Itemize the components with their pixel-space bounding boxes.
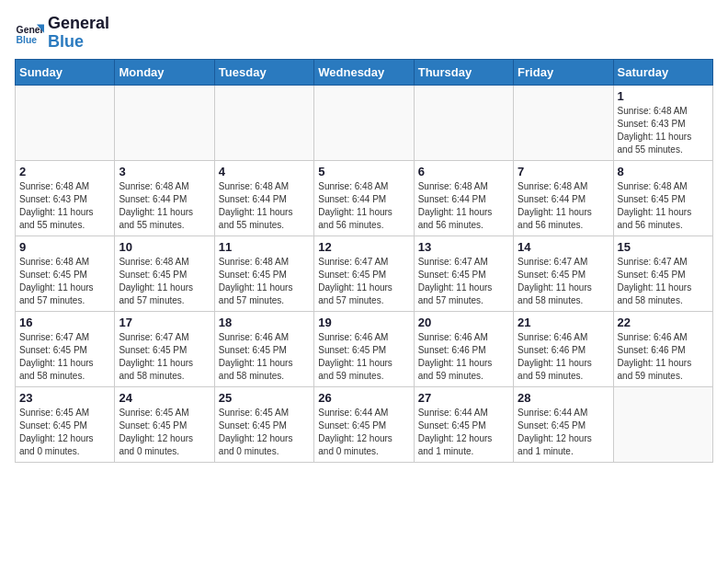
day-info: Sunrise: 6:46 AM Sunset: 6:46 PM Dayligh…	[618, 331, 709, 383]
logo-text: General Blue	[48, 15, 109, 52]
calendar-cell: 10Sunrise: 6:48 AM Sunset: 6:45 PM Dayli…	[115, 236, 214, 311]
calendar-cell: 23Sunrise: 6:45 AM Sunset: 6:45 PM Dayli…	[16, 386, 115, 462]
day-info: Sunrise: 6:45 AM Sunset: 6:45 PM Dayligh…	[219, 407, 310, 458]
day-info: Sunrise: 6:48 AM Sunset: 6:43 PM Dayligh…	[618, 105, 709, 156]
day-number: 22	[618, 316, 709, 329]
calendar-cell: 9Sunrise: 6:48 AM Sunset: 6:45 PM Daylig…	[16, 236, 115, 311]
day-info: Sunrise: 6:48 AM Sunset: 6:43 PM Dayligh…	[19, 180, 110, 232]
calendar-cell: 6Sunrise: 6:48 AM Sunset: 6:44 PM Daylig…	[414, 160, 513, 236]
day-header-monday: Monday	[115, 59, 214, 85]
calendar-cell	[414, 85, 513, 160]
day-info: Sunrise: 6:48 AM Sunset: 6:44 PM Dayligh…	[418, 180, 509, 232]
calendar-cell: 7Sunrise: 6:48 AM Sunset: 6:44 PM Daylig…	[514, 160, 613, 236]
day-header-wednesday: Wednesday	[314, 59, 414, 85]
day-info: Sunrise: 6:47 AM Sunset: 6:45 PM Dayligh…	[119, 331, 210, 383]
calendar-cell: 5Sunrise: 6:48 AM Sunset: 6:44 PM Daylig…	[314, 160, 414, 236]
day-number: 25	[219, 391, 310, 405]
day-number: 7	[518, 165, 609, 178]
calendar-cell: 20Sunrise: 6:46 AM Sunset: 6:46 PM Dayli…	[414, 311, 513, 386]
calendar-cell: 26Sunrise: 6:44 AM Sunset: 6:45 PM Dayli…	[314, 386, 414, 462]
day-number: 10	[119, 240, 210, 254]
day-info: Sunrise: 6:44 AM Sunset: 6:45 PM Dayligh…	[518, 407, 609, 458]
day-number: 1	[618, 89, 709, 103]
day-number: 3	[119, 165, 210, 178]
calendar-cell	[613, 386, 712, 462]
day-info: Sunrise: 6:44 AM Sunset: 6:45 PM Dayligh…	[318, 407, 409, 458]
calendar-cell	[514, 85, 613, 160]
day-header-friday: Friday	[514, 59, 613, 85]
day-number: 15	[618, 240, 709, 254]
calendar-cell: 14Sunrise: 6:47 AM Sunset: 6:45 PM Dayli…	[514, 236, 613, 311]
logo: General Blue General Blue	[15, 15, 109, 52]
day-number: 12	[318, 240, 409, 254]
day-header-thursday: Thursday	[414, 59, 513, 85]
day-number: 5	[318, 165, 409, 178]
day-info: Sunrise: 6:46 AM Sunset: 6:46 PM Dayligh…	[518, 331, 609, 383]
calendar-cell: 2Sunrise: 6:48 AM Sunset: 6:43 PM Daylig…	[16, 160, 115, 236]
calendar-cell: 1Sunrise: 6:48 AM Sunset: 6:43 PM Daylig…	[613, 85, 712, 160]
day-number: 26	[318, 391, 409, 405]
calendar-cell: 17Sunrise: 6:47 AM Sunset: 6:45 PM Dayli…	[115, 311, 214, 386]
calendar-cell	[115, 85, 214, 160]
day-info: Sunrise: 6:46 AM Sunset: 6:45 PM Dayligh…	[318, 331, 409, 383]
day-info: Sunrise: 6:46 AM Sunset: 6:46 PM Dayligh…	[418, 331, 509, 383]
calendar-cell: 8Sunrise: 6:48 AM Sunset: 6:45 PM Daylig…	[613, 160, 712, 236]
day-number: 2	[19, 165, 110, 178]
day-number: 6	[418, 165, 509, 178]
svg-text:Blue: Blue	[17, 35, 38, 45]
day-number: 27	[418, 391, 509, 405]
calendar-cell: 25Sunrise: 6:45 AM Sunset: 6:45 PM Dayli…	[214, 386, 313, 462]
calendar-cell: 12Sunrise: 6:47 AM Sunset: 6:45 PM Dayli…	[314, 236, 414, 311]
day-number: 4	[219, 165, 310, 178]
day-info: Sunrise: 6:46 AM Sunset: 6:45 PM Dayligh…	[219, 331, 310, 383]
day-header-saturday: Saturday	[613, 59, 712, 85]
day-number: 16	[19, 316, 110, 329]
calendar-cell: 4Sunrise: 6:48 AM Sunset: 6:44 PM Daylig…	[214, 160, 313, 236]
day-number: 28	[518, 391, 609, 405]
calendar-cell: 21Sunrise: 6:46 AM Sunset: 6:46 PM Dayli…	[514, 311, 613, 386]
day-number: 8	[618, 165, 709, 178]
day-info: Sunrise: 6:47 AM Sunset: 6:45 PM Dayligh…	[318, 256, 409, 307]
calendar-cell: 16Sunrise: 6:47 AM Sunset: 6:45 PM Dayli…	[16, 311, 115, 386]
calendar-cell	[214, 85, 313, 160]
day-header-tuesday: Tuesday	[214, 59, 313, 85]
day-number: 20	[418, 316, 509, 329]
day-info: Sunrise: 6:44 AM Sunset: 6:45 PM Dayligh…	[418, 407, 509, 458]
day-number: 14	[518, 240, 609, 254]
day-info: Sunrise: 6:48 AM Sunset: 6:44 PM Dayligh…	[318, 180, 409, 232]
day-number: 19	[318, 316, 409, 329]
calendar-cell: 24Sunrise: 6:45 AM Sunset: 6:45 PM Dayli…	[115, 386, 214, 462]
day-info: Sunrise: 6:48 AM Sunset: 6:45 PM Dayligh…	[618, 180, 709, 232]
calendar-cell	[314, 85, 414, 160]
day-info: Sunrise: 6:48 AM Sunset: 6:45 PM Dayligh…	[19, 256, 110, 307]
day-number: 9	[19, 240, 110, 254]
calendar-cell: 3Sunrise: 6:48 AM Sunset: 6:44 PM Daylig…	[115, 160, 214, 236]
day-info: Sunrise: 6:47 AM Sunset: 6:45 PM Dayligh…	[518, 256, 609, 307]
calendar-cell: 13Sunrise: 6:47 AM Sunset: 6:45 PM Dayli…	[414, 236, 513, 311]
calendar-cell: 19Sunrise: 6:46 AM Sunset: 6:45 PM Dayli…	[314, 311, 414, 386]
calendar-cell: 11Sunrise: 6:48 AM Sunset: 6:45 PM Dayli…	[214, 236, 313, 311]
calendar-cell: 27Sunrise: 6:44 AM Sunset: 6:45 PM Dayli…	[414, 386, 513, 462]
day-number: 11	[219, 240, 310, 254]
day-info: Sunrise: 6:47 AM Sunset: 6:45 PM Dayligh…	[618, 256, 709, 307]
day-number: 13	[418, 240, 509, 254]
day-info: Sunrise: 6:48 AM Sunset: 6:44 PM Dayligh…	[219, 180, 310, 232]
day-header-sunday: Sunday	[16, 59, 115, 85]
day-info: Sunrise: 6:48 AM Sunset: 6:45 PM Dayligh…	[119, 256, 210, 307]
day-number: 24	[119, 391, 210, 405]
day-number: 17	[119, 316, 210, 329]
calendar-cell: 15Sunrise: 6:47 AM Sunset: 6:45 PM Dayli…	[613, 236, 712, 311]
day-number: 21	[518, 316, 609, 329]
day-info: Sunrise: 6:45 AM Sunset: 6:45 PM Dayligh…	[19, 407, 110, 458]
day-info: Sunrise: 6:48 AM Sunset: 6:44 PM Dayligh…	[119, 180, 210, 232]
calendar-cell	[16, 85, 115, 160]
calendar-cell: 28Sunrise: 6:44 AM Sunset: 6:45 PM Dayli…	[514, 386, 613, 462]
calendar-cell: 22Sunrise: 6:46 AM Sunset: 6:46 PM Dayli…	[613, 311, 712, 386]
day-info: Sunrise: 6:48 AM Sunset: 6:44 PM Dayligh…	[518, 180, 609, 232]
calendar-table: SundayMondayTuesdayWednesdayThursdayFrid…	[15, 59, 713, 463]
day-info: Sunrise: 6:48 AM Sunset: 6:45 PM Dayligh…	[219, 256, 310, 307]
day-info: Sunrise: 6:47 AM Sunset: 6:45 PM Dayligh…	[19, 331, 110, 383]
calendar-cell: 18Sunrise: 6:46 AM Sunset: 6:45 PM Dayli…	[214, 311, 313, 386]
day-info: Sunrise: 6:45 AM Sunset: 6:45 PM Dayligh…	[119, 407, 210, 458]
day-info: Sunrise: 6:47 AM Sunset: 6:45 PM Dayligh…	[418, 256, 509, 307]
